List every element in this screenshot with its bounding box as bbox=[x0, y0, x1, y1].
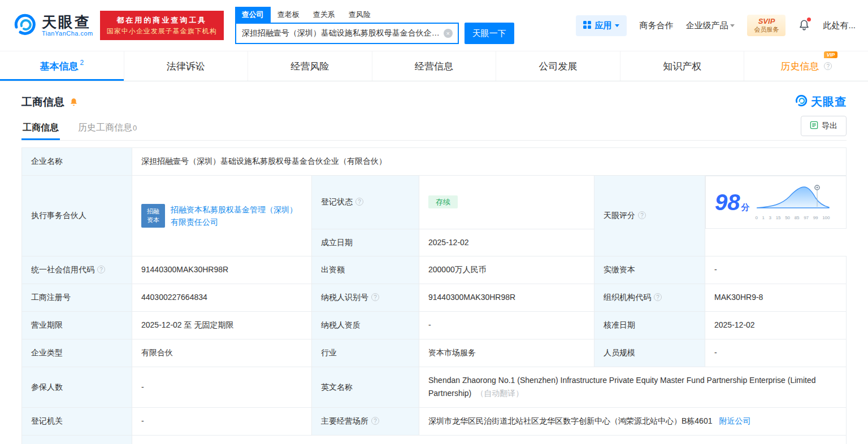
field-label: 企业类型 bbox=[31, 348, 63, 357]
search-tab-relation[interactable]: 查关系 bbox=[306, 7, 342, 23]
tab-basic-info[interactable]: 基本信息 2 bbox=[0, 51, 124, 81]
subtab-count: 0 bbox=[133, 124, 137, 132]
field-value: 2025-12-02 bbox=[714, 320, 755, 329]
field-label: 成立日期 bbox=[321, 238, 353, 247]
slogan-line2: 国家中小企业发展子基金旗下机构 bbox=[107, 26, 217, 36]
tab-count-badge: 2 bbox=[80, 59, 84, 67]
apps-menu-button[interactable]: 应用 bbox=[576, 15, 627, 36]
capital-value-cell: 200000万人民币 bbox=[419, 256, 594, 284]
search-tab-company[interactable]: 查公司 bbox=[235, 7, 271, 23]
detail-nav-tabs: 基本信息 2 法律诉讼 经营风险 经营信息 公司发展 知识产权 历史信息 VIP… bbox=[0, 51, 868, 81]
field-label: 纳税人资质 bbox=[321, 320, 361, 329]
field-value: 200000万人民币 bbox=[428, 265, 487, 274]
search-button[interactable]: 天眼一下 bbox=[465, 23, 514, 44]
partner-company-logo: 招融 资本 bbox=[141, 204, 165, 228]
table-row: 营业期限 2025-12-02 至 无固定期限 纳税人资质 - 核准日期 202… bbox=[22, 312, 847, 339]
company-name-value: 深担招融壹号（深圳）基础设施私募股权母基金合伙企业（有限合伙） bbox=[141, 156, 387, 166]
english-name-value-cell: Shendan Zhaorong No.1 (Shenzhen) Infrast… bbox=[419, 367, 847, 408]
subtab-business-info[interactable]: 工商信息 bbox=[21, 116, 60, 140]
reg-authority-label-cell: 登记机关 bbox=[22, 408, 132, 436]
notification-bell-button[interactable] bbox=[798, 19, 810, 33]
field-label: 实缴资本 bbox=[604, 265, 635, 274]
tab-operation-risk[interactable]: 经营风险 bbox=[248, 51, 372, 81]
monitor-bell-icon[interactable] bbox=[69, 97, 79, 107]
tab-legal-litigation[interactable]: 法律诉讼 bbox=[124, 51, 248, 81]
tab-operation-info[interactable]: 经营信息 bbox=[372, 51, 496, 81]
establish-date-label-cell: 成立日期 bbox=[312, 229, 419, 256]
field-label: 企业名称 bbox=[31, 156, 63, 166]
field-value: 资本市场服务 bbox=[428, 348, 476, 357]
svip-sub-label: 会员服务 bbox=[754, 26, 779, 34]
field-value: 91440300MAK30HR98R bbox=[141, 265, 228, 274]
business-cooperation-link[interactable]: 商务合作 bbox=[639, 20, 673, 31]
search-input[interactable] bbox=[236, 24, 458, 43]
user-account-menu[interactable]: 此处有... bbox=[823, 20, 856, 31]
help-icon[interactable]: ? bbox=[355, 198, 363, 206]
taxpayer-id-label-cell: 纳税人识别号? bbox=[312, 284, 419, 312]
business-term-label-cell: 营业期限 bbox=[22, 312, 132, 339]
enterprise-products-menu[interactable]: 企业级产品 bbox=[685, 20, 735, 31]
svip-label: SVIP bbox=[754, 17, 779, 26]
score-curve-chart: 0131550859799100 bbox=[756, 183, 830, 221]
business-term-value-cell: 2025-12-02 至 无固定期限 bbox=[132, 312, 312, 339]
status-badge: 存续 bbox=[428, 195, 458, 209]
help-icon[interactable]: ? bbox=[371, 417, 379, 425]
company-name-value-cell: 深担招融壹号（深圳）基础设施私募股权母基金合伙企业（有限合伙） bbox=[132, 148, 847, 176]
tab-label: 历史信息 bbox=[780, 60, 819, 73]
vip-tag: VIP bbox=[824, 51, 838, 58]
help-icon[interactable]: ? bbox=[824, 62, 832, 70]
tab-intellectual-property[interactable]: 知识产权 bbox=[620, 51, 744, 81]
field-value: - bbox=[714, 265, 717, 274]
tab-company-development[interactable]: 公司发展 bbox=[496, 51, 620, 81]
table-row: 统一社会信用代码? 91440300MAK30HR98R 出资额 200000万… bbox=[22, 256, 847, 284]
chevron-down-icon bbox=[615, 24, 619, 27]
field-label: 行业 bbox=[321, 348, 337, 357]
reg-number-label-cell: 工商注册号 bbox=[22, 284, 132, 312]
table-row: 参保人数 - 英文名称 Shendan Zhaorong No.1 (Shenz… bbox=[22, 367, 847, 408]
table-row: 企业名称 深担招融壹号（深圳）基础设施私募股权母基金合伙企业（有限合伙） bbox=[22, 148, 847, 176]
reg-status-label-cell: 登记状态? bbox=[312, 175, 419, 229]
field-label: 出资额 bbox=[321, 265, 345, 274]
clear-search-icon[interactable]: × bbox=[444, 29, 453, 38]
help-icon[interactable]: ? bbox=[97, 265, 105, 273]
business-address-value: 深圳市龙华区民治街道北站社区龙华区数字创新中心（鸿荣源北站中心）B栋4601 bbox=[428, 416, 712, 425]
tianyancha-logo[interactable]: 天眼查 TianYanCha.com bbox=[12, 12, 93, 39]
paid-capital-value-cell: - bbox=[705, 256, 847, 284]
help-icon[interactable]: ? bbox=[371, 293, 379, 301]
search-tab-boss[interactable]: 查老板 bbox=[271, 7, 306, 23]
brand-slogan-badge: 都在用的商业查询工具 国家中小企业发展子基金旗下机构 bbox=[100, 11, 224, 41]
export-button[interactable]: 导出 bbox=[801, 116, 847, 136]
table-row: 执行事务合伙人 招融 资本 招融资本私募股权基金管理（深圳）有限责任公司 登记状… bbox=[22, 175, 847, 229]
export-label: 导出 bbox=[822, 121, 837, 131]
partner-company-link[interactable]: 招融资本私募股权基金管理（深圳）有限责任公司 bbox=[171, 203, 302, 229]
export-icon bbox=[810, 121, 818, 131]
field-label: 纳税人识别号 bbox=[321, 293, 368, 302]
subtab-row: 工商信息 历史工商信息0 导出 bbox=[21, 116, 847, 141]
paid-capital-label-cell: 实缴资本 bbox=[594, 256, 705, 284]
header-right: 应用 商务合作 企业级产品 SVIP 会员服务 此处有... bbox=[576, 15, 856, 36]
table-row: 企业类型 有限合伙 行业 资本市场服务 人员规模 - bbox=[22, 339, 847, 367]
search-tab-risk[interactable]: 查风险 bbox=[342, 7, 377, 23]
business-address-value-cell: 深圳市龙华区民治街道北站社区龙华区数字创新中心（鸿荣源北站中心）B栋4601 附… bbox=[419, 408, 847, 436]
english-name-label-cell: 英文名称 bbox=[312, 367, 419, 408]
field-label: 人员规模 bbox=[604, 348, 635, 357]
org-code-label-cell: 组织机构代码? bbox=[594, 284, 705, 312]
company-type-label-cell: 企业类型 bbox=[22, 339, 132, 367]
nearby-companies-link[interactable]: 附近公司 bbox=[719, 416, 750, 425]
capital-label-cell: 出资额 bbox=[312, 256, 419, 284]
help-icon[interactable]: ? bbox=[638, 211, 646, 219]
approval-date-value-cell: 2025-12-02 bbox=[705, 312, 847, 339]
tab-label: 知识产权 bbox=[663, 60, 701, 73]
company-name-label-cell: 企业名称 bbox=[22, 148, 132, 176]
field-label: 参保人数 bbox=[31, 382, 63, 391]
field-value: - bbox=[428, 320, 431, 329]
svip-member-badge[interactable]: SVIP 会员服务 bbox=[747, 15, 785, 36]
score-label-cell: 天眼评分? bbox=[594, 175, 705, 256]
tab-history-info[interactable]: 历史信息 VIP ? bbox=[744, 51, 868, 81]
subtab-history-business-info[interactable]: 历史工商信息0 bbox=[77, 116, 138, 140]
subtab-label: 历史工商信息 bbox=[78, 123, 132, 132]
field-label: 主要经营场所 bbox=[321, 416, 368, 425]
help-icon[interactable]: ? bbox=[654, 293, 662, 301]
partner-label-cell: 执行事务合伙人 bbox=[22, 175, 132, 256]
field-label: 天眼评分 bbox=[604, 211, 635, 220]
